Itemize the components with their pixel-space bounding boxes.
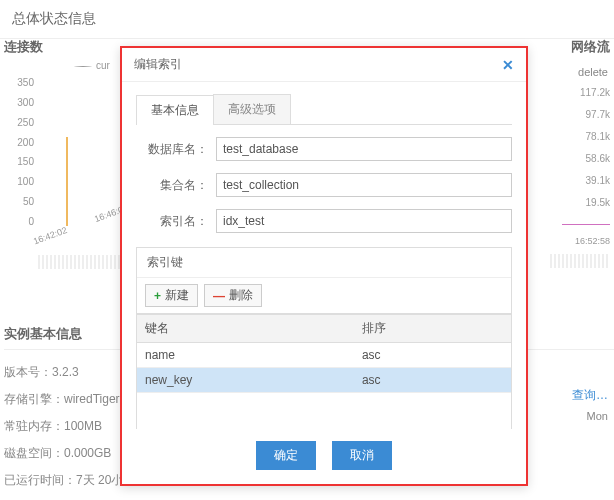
cancel-button[interactable]: 取消 [332,441,392,470]
modal-overlay: 编辑索引 ✕ 基本信息 高级选项 数据库名： 集合名： 索引名： 索引键 [0,0,614,500]
label-database: 数据库名： [136,141,216,158]
index-name-input[interactable] [216,209,512,233]
close-icon[interactable]: ✕ [502,57,514,73]
tab-basic[interactable]: 基本信息 [136,95,214,125]
col-order: 排序 [354,315,511,343]
ok-button[interactable]: 确定 [256,441,316,470]
plus-icon: + [154,289,161,303]
new-key-button[interactable]: +新建 [145,284,198,307]
database-input[interactable] [216,137,512,161]
dialog-title: 编辑索引 [134,56,182,73]
col-key-name: 键名 [137,315,354,343]
table-row[interactable]: new_keyasc [137,368,511,393]
edit-index-dialog: 编辑索引 ✕ 基本信息 高级选项 数据库名： 集合名： 索引名： 索引键 [120,46,528,486]
minus-icon: — [213,289,225,303]
table-row[interactable]: nameasc [137,343,511,368]
tab-advanced[interactable]: 高级选项 [213,94,291,124]
dialog-tabs: 基本信息 高级选项 [136,94,512,125]
label-index: 索引名： [136,213,216,230]
label-collection: 集合名： [136,177,216,194]
keys-table: 键名 排序 nameasc new_keyasc [137,314,511,393]
keys-heading: 索引键 [137,248,511,278]
delete-key-button[interactable]: —删除 [204,284,262,307]
collection-input[interactable] [216,173,512,197]
